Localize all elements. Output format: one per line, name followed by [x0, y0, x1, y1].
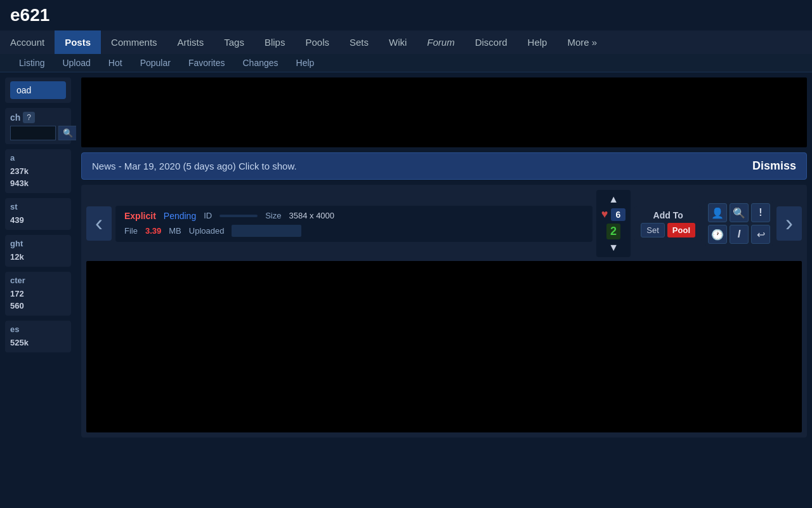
action-icons-row2: 🕐 I ↩ — [708, 225, 770, 244]
nav-tags[interactable]: Tags — [214, 30, 254, 54]
sidebar-search-section: ch ? 🔍 — [5, 108, 71, 144]
stat-value-439: 439 — [10, 215, 24, 225]
sidebar-section-a: a 237k 943k — [5, 149, 71, 193]
nav-forum[interactable]: Forum — [417, 30, 464, 54]
secondary-nav: Listing Upload Hot Popular Favorites Cha… — [0, 54, 812, 72]
file-size: 3.39 — [145, 226, 161, 236]
subnav-popular[interactable]: Popular — [131, 54, 180, 72]
fav-count: 6 — [611, 208, 626, 221]
file-label: File — [124, 226, 138, 236]
content-area: News - Mar 19, 2020 (5 days ago) Click t… — [76, 72, 812, 448]
nav-comments[interactable]: Comments — [101, 30, 167, 54]
nav-artists[interactable]: Artists — [167, 30, 214, 54]
score-value: 2 — [606, 224, 620, 239]
section-es-title: es — [10, 324, 66, 334]
rating-badge: Explicit — [124, 211, 156, 221]
stat-row: 237k — [10, 165, 66, 177]
post-controls-bar: ‹ Explicit Pending ID Size 3584 x 4000 F… — [86, 190, 802, 257]
news-text[interactable]: News - Mar 19, 2020 (5 days ago) Click t… — [92, 161, 297, 171]
stat-row: 172 — [10, 288, 66, 300]
search-input[interactable] — [10, 126, 56, 140]
search-icon-button[interactable]: 🔍 — [730, 203, 749, 222]
stat-row: 943k — [10, 177, 66, 189]
nav-wiki[interactable]: Wiki — [379, 30, 417, 54]
post-container: ‹ Explicit Pending ID Size 3584 x 4000 F… — [81, 185, 807, 438]
section-st-title: st — [10, 202, 66, 211]
action-icons: 👤 🔍 ! 🕐 I ↩ — [705, 201, 773, 246]
nav-blips[interactable]: Blips — [254, 30, 296, 54]
add-to-section: Add To Set Pool — [634, 206, 702, 241]
stat-value-12k: 12k — [10, 252, 24, 262]
prev-post-button[interactable]: ‹ — [86, 206, 112, 241]
add-to-label: Add To — [641, 210, 695, 220]
subnav-help[interactable]: Help — [287, 54, 324, 72]
sidebar-section-cter: cter 172 560 — [5, 272, 71, 316]
section-a-title: a — [10, 153, 66, 163]
site-logo[interactable]: e621 — [10, 5, 49, 25]
favorite-icon[interactable]: ♥ — [601, 208, 608, 221]
fav-row: ♥ 6 — [601, 208, 625, 221]
nav-discord[interactable]: Discord — [465, 30, 518, 54]
status-badge: Pending — [164, 211, 196, 221]
vote-up-button[interactable]: ▲ — [608, 194, 619, 205]
pool-button[interactable]: Pool — [667, 223, 695, 237]
set-button[interactable]: Set — [641, 223, 665, 237]
stat-row: 525k — [10, 337, 66, 349]
vote-section: ▲ ♥ 6 2 ▼ — [596, 190, 631, 257]
size-value: 3584 x 4000 — [289, 211, 334, 220]
size-label: Size — [265, 211, 281, 220]
search-help-button[interactable]: ? — [23, 112, 35, 123]
post-image — [86, 261, 802, 432]
nav-posts[interactable]: Posts — [55, 30, 101, 54]
history-icon-button[interactable]: 🕐 — [708, 225, 727, 244]
post-info-block: Explicit Pending ID Size 3584 x 4000 Fil… — [115, 206, 593, 242]
site-header: e621 — [0, 0, 812, 30]
nav-pools[interactable]: Pools — [295, 30, 339, 54]
subnav-upload[interactable]: Upload — [53, 54, 99, 72]
post-info-row2: File 3.39 MB Uploaded — [124, 225, 584, 237]
action-icons-row1: 👤 🔍 ! — [708, 203, 770, 222]
sidebar: oad ch ? 🔍 a 237k 943k st — [0, 72, 76, 448]
subnav-hot[interactable]: Hot — [100, 54, 131, 72]
stat-value-525k: 525k — [10, 338, 29, 347]
sidebar-section-es: es 525k — [5, 321, 71, 352]
info-icon-button[interactable]: I — [730, 225, 749, 244]
ad-banner — [81, 77, 807, 147]
nav-sets[interactable]: Sets — [339, 30, 379, 54]
next-post-button[interactable]: › — [776, 206, 802, 241]
sidebar-section-st: st 439 — [5, 198, 71, 230]
primary-nav: Account Posts Comments Artists Tags Blip… — [0, 30, 812, 54]
stat-value-560: 560 — [10, 301, 24, 311]
revert-icon-button[interactable]: ↩ — [751, 225, 770, 244]
nav-account[interactable]: Account — [0, 30, 55, 54]
main-layout: oad ch ? 🔍 a 237k 943k st — [0, 72, 812, 448]
search-submit-button[interactable]: 🔍 — [58, 126, 76, 140]
user-icon-button[interactable]: 👤 — [708, 203, 727, 222]
section-cter-title: cter — [10, 276, 66, 285]
stat-value-237k: 237k — [10, 166, 29, 176]
subnav-favorites[interactable]: Favorites — [180, 54, 234, 72]
uploaded-value — [232, 225, 301, 237]
stat-value-172: 172 — [10, 289, 24, 298]
id-value — [219, 215, 258, 217]
search-label: ch — [10, 112, 20, 123]
stat-row: 560 — [10, 300, 66, 312]
stat-row: 12k — [10, 251, 66, 263]
sidebar-upload-section: oad — [5, 77, 71, 103]
news-bar: News - Mar 19, 2020 (5 days ago) Click t… — [81, 152, 807, 180]
nav-more[interactable]: More » — [557, 30, 607, 54]
id-label: ID — [204, 211, 212, 220]
sidebar-section-ght: ght 12k — [5, 235, 71, 267]
subnav-listing[interactable]: Listing — [10, 54, 53, 72]
subnav-changes[interactable]: Changes — [233, 54, 287, 72]
stat-value-943k: 943k — [10, 178, 29, 188]
post-info-row1: Explicit Pending ID Size 3584 x 4000 — [124, 211, 584, 221]
flag-icon-button[interactable]: ! — [751, 203, 770, 222]
upload-button[interactable]: oad — [10, 81, 66, 99]
uploaded-label: Uploaded — [189, 226, 225, 236]
section-ght-title: ght — [10, 239, 66, 248]
dismiss-button[interactable]: Dismiss — [752, 159, 796, 173]
nav-help[interactable]: Help — [518, 30, 558, 54]
vote-down-button[interactable]: ▼ — [608, 242, 619, 253]
search-row: 🔍 — [10, 126, 66, 140]
